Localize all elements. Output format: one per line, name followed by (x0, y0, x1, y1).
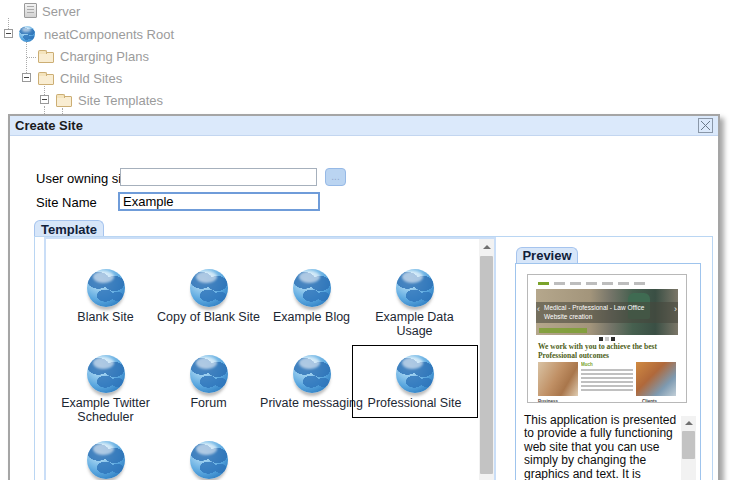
thumb-heading: We work with you to achieve the best Pro… (538, 343, 676, 360)
site-template-icon (293, 269, 331, 307)
site-template-icon (87, 355, 125, 393)
dialog-titlebar: Create Site (10, 116, 718, 136)
template-item-example-blog[interactable]: Example Blog (260, 269, 363, 355)
preview-panel: Medical - Professional - Law Office Webs… (515, 263, 701, 480)
site-template-icon (396, 355, 434, 393)
template-item-recordlink-example[interactable]: Recordlink example (157, 441, 260, 480)
tree-item-site-templates[interactable]: Site Templates (78, 93, 163, 108)
template-item-blank-site[interactable]: Blank Site (54, 269, 157, 355)
site-template-icon (190, 269, 228, 307)
template-list: Blank Site Copy of Blank Site Example Bl… (44, 237, 496, 480)
scrollbar-thumb[interactable] (480, 256, 493, 474)
site-template-icon (190, 355, 228, 393)
template-label: Copy of Blank Site (157, 310, 261, 324)
thumb-headline-2: Website creation (544, 312, 670, 321)
site-template-icon (87, 441, 125, 479)
description-scrollbar[interactable] (681, 416, 696, 480)
site-name-field-label: Site Name (36, 195, 97, 210)
thumb-next-arrow-icon: › (674, 305, 677, 314)
template-item-example-twitter-scheduler[interactable]: Example Twitter Scheduler (54, 355, 157, 441)
thumb-photo-right (636, 362, 676, 396)
thumb-photo-left (538, 362, 578, 396)
site-template-icon (87, 269, 125, 307)
folder-icon (56, 96, 72, 107)
template-label: Blank Site (54, 310, 158, 324)
tree-item-server[interactable]: Server (42, 4, 80, 19)
scroll-up-icon[interactable] (681, 416, 696, 430)
collapse-toggle-icon[interactable] (22, 73, 31, 82)
tree-connector (8, 18, 9, 29)
owner-input[interactable] (120, 168, 317, 186)
template-item-private-messaging[interactable]: Private messaging (260, 355, 363, 441)
tree-item-charging-plans[interactable]: Charging Plans (60, 49, 149, 64)
tree-connector (44, 84, 45, 95)
thumb-prev-arrow-icon: ‹ (537, 305, 540, 314)
browse-users-button[interactable]: ... (325, 168, 346, 186)
site-template-icon (293, 355, 331, 393)
template-label: Professional Site (363, 396, 467, 410)
tab-template[interactable]: Template (34, 220, 104, 237)
template-label: Example Twitter Scheduler (54, 396, 158, 424)
dialog-title: Create Site (15, 118, 83, 133)
template-item-copy-of-blank-site[interactable]: Copy of Blank Site (157, 269, 260, 355)
thumb-right-caption: Clients (642, 399, 676, 403)
template-item-professional-site[interactable]: Professional Site (363, 355, 466, 441)
owner-field-label: User owning site (36, 171, 132, 186)
tree-item-neatcomponents-root[interactable]: neatComponents Root (44, 27, 174, 42)
folder-icon (38, 74, 54, 85)
site-template-icon (190, 441, 228, 479)
tree-connector (44, 106, 45, 114)
template-list-scrollbar[interactable] (479, 239, 494, 480)
thumb-headline-1: Medical - Professional - Law Office (544, 303, 670, 312)
scrollbar-thumb[interactable] (682, 431, 695, 459)
tree-item-child-sites[interactable]: Child Sites (60, 71, 122, 86)
tree-connector (27, 57, 36, 58)
template-label: Example Data Usage (363, 310, 467, 338)
site-template-icon (396, 269, 434, 307)
tab-preview[interactable]: Preview (516, 247, 578, 263)
template-label: Forum (157, 396, 261, 410)
template-item-forum[interactable]: Forum (157, 355, 260, 441)
thumb-left-caption: Business (538, 399, 572, 403)
globe-icon (19, 26, 35, 42)
thumb-hero-image: Medical - Professional - Law Office Webs… (536, 289, 678, 335)
template-grid: Blank Site Copy of Blank Site Example Bl… (54, 269, 466, 480)
site-name-input[interactable] (118, 192, 320, 211)
thumb-navbar (538, 280, 676, 287)
template-preview-thumbnail: Medical - Professional - Law Office Webs… (527, 274, 687, 403)
thumb-column-heading: Much (581, 362, 633, 367)
template-description: This application is presented to provide… (524, 414, 677, 480)
folder-icon (38, 52, 54, 63)
template-section: Blank Site Copy of Blank Site Example Bl… (34, 236, 713, 480)
template-item-recordlink-cascade-example[interactable]: Recordlink cascade example (54, 441, 157, 480)
server-icon (24, 3, 37, 18)
template-item-example-data-usage[interactable]: Example Data Usage (363, 269, 466, 355)
template-label: Example Blog (260, 310, 364, 324)
template-label: Private messaging (260, 396, 364, 410)
scroll-up-icon[interactable] (479, 240, 494, 254)
thumb-carousel-dots (536, 337, 678, 341)
collapse-toggle-icon[interactable] (40, 95, 49, 104)
collapse-toggle-icon[interactable] (4, 29, 13, 38)
create-site-dialog: Create Site User owning site ... Site Na… (8, 114, 720, 480)
close-icon[interactable] (698, 118, 713, 133)
